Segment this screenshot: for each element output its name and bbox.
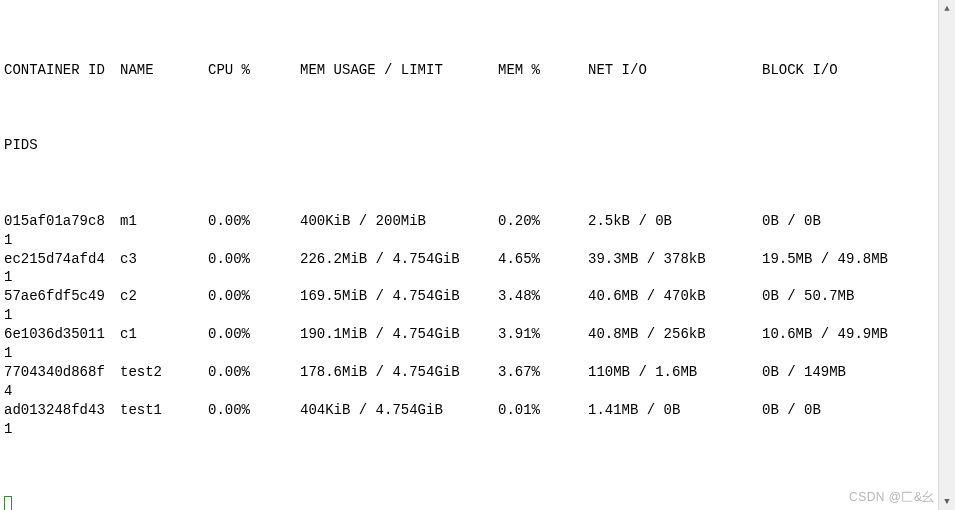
cell-container-id: ec215d74afd4 [4,250,120,269]
cell-container-id: 6e1036d35011 [4,325,120,344]
cell-name: c2 [120,287,208,306]
hdr-pids: PIDS [4,136,120,155]
cell-cpu: 0.00% [208,287,300,306]
table-row-wrap: 1 [4,306,934,325]
cell-net-io: 110MB / 1.6MB [588,363,762,382]
cell-cpu: 0.00% [208,363,300,382]
cell-mem-pct: 3.67% [498,363,588,382]
cell-cpu: 0.00% [208,401,300,420]
cell-block-io: 0B / 0B [762,212,934,231]
table-row: 7704340d868ftest20.00%178.6MiB / 4.754Gi… [4,363,934,382]
cell-cpu: 0.00% [208,212,300,231]
cell-mem-pct: 3.91% [498,325,588,344]
cell-block-io: 0B / 0B [762,401,934,420]
cell-container-id: 015af01a79c8 [4,212,120,231]
hdr-container-id: CONTAINER ID [4,61,120,80]
cell-pids: 1 [4,344,120,363]
table-row: ad013248fd43test10.00%404KiB / 4.754GiB0… [4,401,934,420]
hdr-name: NAME [120,61,208,80]
cell-mem-usage: 400KiB / 200MiB [300,212,498,231]
cell-container-id: 57ae6fdf5c49 [4,287,120,306]
cell-block-io: 10.6MB / 49.9MB [762,325,934,344]
hdr-mem-usage: MEM USAGE / LIMIT [300,61,498,80]
cell-pids: 1 [4,268,120,287]
cell-name: c3 [120,250,208,269]
cell-block-io: 0B / 149MB [762,363,934,382]
cell-mem-usage: 178.6MiB / 4.754GiB [300,363,498,382]
cell-mem-usage: 226.2MiB / 4.754GiB [300,250,498,269]
cell-container-id: 7704340d868f [4,363,120,382]
cell-block-io: 19.5MB / 49.8MB [762,250,934,269]
hdr-block-io: BLOCK I/O [762,61,934,80]
table-row: 6e1036d35011c10.00%190.1MiB / 4.754GiB3.… [4,325,934,344]
cell-net-io: 2.5kB / 0B [588,212,762,231]
table-row-wrap: 1 [4,344,934,363]
table-row-wrap: 1 [4,420,934,439]
cell-mem-pct: 0.01% [498,401,588,420]
cell-mem-pct: 0.20% [498,212,588,231]
table-row-wrap: 4 [4,382,934,401]
cell-mem-usage: 404KiB / 4.754GiB [300,401,498,420]
cell-pids: 1 [4,420,120,439]
table-row-wrap: 1 [4,231,934,250]
cell-cpu: 0.00% [208,325,300,344]
scroll-down-button[interactable]: ▼ [939,493,955,510]
cell-block-io: 0B / 50.7MB [762,287,934,306]
cell-name: test2 [120,363,208,382]
cell-mem-usage: 190.1MiB / 4.754GiB [300,325,498,344]
cell-cpu: 0.00% [208,250,300,269]
cell-pids: 1 [4,306,120,325]
scroll-up-button[interactable]: ▲ [939,0,955,17]
cell-mem-pct: 4.65% [498,250,588,269]
cell-name: test1 [120,401,208,420]
table-row: 57ae6fdf5c49c20.00%169.5MiB / 4.754GiB3.… [4,287,934,306]
hdr-cpu: CPU % [208,61,300,80]
hdr-mem-pct: MEM % [498,61,588,80]
cell-mem-pct: 3.48% [498,287,588,306]
table-row-wrap: 1 [4,268,934,287]
cell-net-io: 40.6MB / 470kB [588,287,762,306]
cell-net-io: 39.3MB / 378kB [588,250,762,269]
cell-net-io: 40.8MB / 256kB [588,325,762,344]
table-header: CONTAINER ID NAME CPU % MEM USAGE / LIMI… [4,61,934,80]
prompt-line [4,495,934,510]
table-row: 015af01a79c8m10.00%400KiB / 200MiB0.20%2… [4,212,934,231]
cell-container-id: ad013248fd43 [4,401,120,420]
cell-name: m1 [120,212,208,231]
cell-net-io: 1.41MB / 0B [588,401,762,420]
terminal-output[interactable]: CONTAINER ID NAME CPU % MEM USAGE / LIMI… [0,0,938,510]
cell-pids: 1 [4,231,120,250]
hdr-net-io: NET I/O [588,61,762,80]
cell-name: c1 [120,325,208,344]
table-header-wrap: PIDS [4,136,934,155]
cell-pids: 4 [4,382,120,401]
cursor-icon [4,496,12,510]
table-row: ec215d74afd4c30.00%226.2MiB / 4.754GiB4.… [4,250,934,269]
cell-mem-usage: 169.5MiB / 4.754GiB [300,287,498,306]
vertical-scrollbar[interactable]: ▲ ▼ [938,0,955,510]
